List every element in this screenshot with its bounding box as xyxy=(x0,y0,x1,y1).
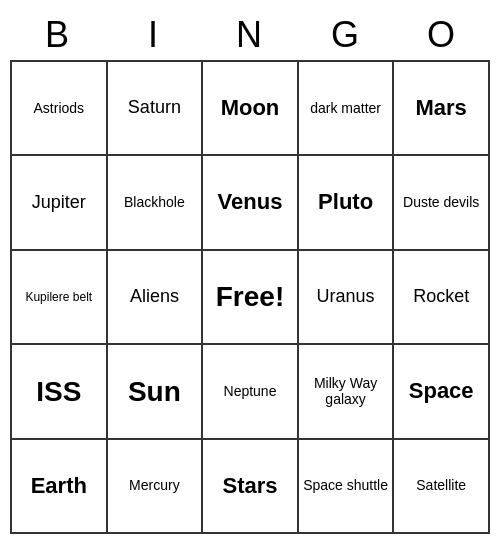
cell-text-4: Mars xyxy=(416,95,467,121)
bingo-cell-20: Earth xyxy=(12,440,108,534)
bingo-card: BINGO AstriodsSaturnMoondark matterMarsJ… xyxy=(10,10,490,534)
bingo-cell-4: Mars xyxy=(394,62,490,156)
bingo-cell-13: Uranus xyxy=(299,251,395,345)
cell-text-13: Uranus xyxy=(317,286,375,308)
bingo-cell-3: dark matter xyxy=(299,62,395,156)
cell-text-16: Sun xyxy=(128,375,181,409)
cell-text-10: Kupilere belt xyxy=(25,290,92,304)
cell-text-3: dark matter xyxy=(310,100,381,117)
bingo-cell-12: Free! xyxy=(203,251,299,345)
bingo-cell-16: Sun xyxy=(108,345,204,439)
bingo-cell-10: Kupilere belt xyxy=(12,251,108,345)
cell-text-8: Pluto xyxy=(318,189,373,215)
bingo-cell-9: Duste devils xyxy=(394,156,490,250)
cell-text-12: Free! xyxy=(216,280,284,314)
bingo-cell-11: Aliens xyxy=(108,251,204,345)
bingo-cell-5: Jupiter xyxy=(12,156,108,250)
bingo-cell-7: Venus xyxy=(203,156,299,250)
bingo-cell-21: Mercury xyxy=(108,440,204,534)
cell-text-9: Duste devils xyxy=(403,194,479,211)
cell-text-6: Blackhole xyxy=(124,194,185,211)
bingo-cell-6: Blackhole xyxy=(108,156,204,250)
cell-text-5: Jupiter xyxy=(32,192,86,214)
bingo-cell-24: Satellite xyxy=(394,440,490,534)
header-letter-G: G xyxy=(298,14,394,56)
cell-text-20: Earth xyxy=(31,473,87,499)
cell-text-2: Moon xyxy=(221,95,280,121)
cell-text-24: Satellite xyxy=(416,477,466,494)
bingo-cell-22: Stars xyxy=(203,440,299,534)
bingo-cell-23: Space shuttle xyxy=(299,440,395,534)
cell-text-21: Mercury xyxy=(129,477,180,494)
bingo-cell-1: Saturn xyxy=(108,62,204,156)
bingo-cell-0: Astriods xyxy=(12,62,108,156)
cell-text-18: Milky Way galaxy xyxy=(303,375,389,409)
header-letter-O: O xyxy=(394,14,490,56)
cell-text-0: Astriods xyxy=(34,100,85,117)
cell-text-7: Venus xyxy=(218,189,283,215)
cell-text-15: ISS xyxy=(36,375,81,409)
bingo-cell-17: Neptune xyxy=(203,345,299,439)
bingo-cell-14: Rocket xyxy=(394,251,490,345)
header-letter-B: B xyxy=(10,14,106,56)
bingo-cell-15: ISS xyxy=(12,345,108,439)
cell-text-11: Aliens xyxy=(130,286,179,308)
header-letter-N: N xyxy=(202,14,298,56)
bingo-cell-8: Pluto xyxy=(299,156,395,250)
bingo-grid: AstriodsSaturnMoondark matterMarsJupiter… xyxy=(10,60,490,534)
cell-text-22: Stars xyxy=(222,473,277,499)
bingo-cell-18: Milky Way galaxy xyxy=(299,345,395,439)
cell-text-19: Space xyxy=(409,378,474,404)
cell-text-23: Space shuttle xyxy=(303,477,388,494)
bingo-cell-2: Moon xyxy=(203,62,299,156)
cell-text-17: Neptune xyxy=(224,383,277,400)
cell-text-14: Rocket xyxy=(413,286,469,308)
cell-text-1: Saturn xyxy=(128,97,181,119)
bingo-header: BINGO xyxy=(10,10,490,60)
header-letter-I: I xyxy=(106,14,202,56)
bingo-cell-19: Space xyxy=(394,345,490,439)
